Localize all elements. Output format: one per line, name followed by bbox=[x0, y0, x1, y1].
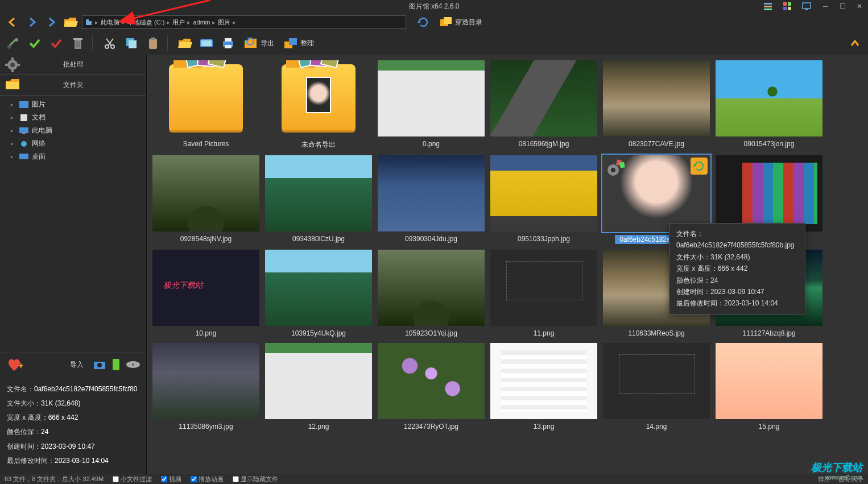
open-folder-button[interactable] bbox=[176, 35, 193, 52]
folder-open-icon[interactable] bbox=[63, 14, 78, 30]
paste-button[interactable] bbox=[144, 35, 162, 52]
thumbnail-image[interactable] bbox=[265, 60, 372, 136]
thumbnail-item[interactable]: 10.png bbox=[152, 250, 259, 337]
tree-item-network[interactable]: ▪网络 bbox=[0, 137, 146, 150]
thumbnail-item[interactable]: 13.png bbox=[490, 343, 597, 431]
chk-smallfile-filter[interactable]: 小文件过滤 bbox=[113, 475, 152, 483]
thumbnail-image[interactable] bbox=[490, 60, 597, 136]
organize-button[interactable]: 整理 bbox=[281, 35, 316, 52]
select-button[interactable] bbox=[26, 35, 43, 52]
thumbnail-image[interactable] bbox=[152, 155, 259, 231]
status-sort-label[interactable]: 排序 bbox=[818, 475, 830, 483]
thumbnail-image[interactable] bbox=[603, 60, 710, 136]
maximize-button[interactable]: ☐ bbox=[834, 0, 851, 13]
breadcrumb-item[interactable]: 用户 bbox=[172, 18, 185, 27]
thumbnail-image[interactable] bbox=[378, 250, 485, 326]
thumbnail-item[interactable]: 09390304Jdu.jpg bbox=[378, 155, 485, 244]
favorite-add-icon[interactable]: + bbox=[6, 357, 23, 372]
thumbnail-image[interactable] bbox=[378, 60, 485, 136]
view-monitor-icon[interactable] bbox=[802, 2, 811, 11]
thumbnail-image[interactable] bbox=[603, 343, 710, 419]
thumbnail-image[interactable] bbox=[265, 250, 372, 326]
refresh-button[interactable] bbox=[415, 14, 431, 30]
thumbnail-image[interactable] bbox=[265, 343, 372, 419]
breadcrumb-item[interactable]: 此电脑 bbox=[101, 18, 119, 27]
forward-button[interactable] bbox=[24, 14, 40, 30]
tree-item-thispc[interactable]: ▪此电脑 bbox=[0, 124, 146, 137]
thumbnail-item[interactable]: 11.png bbox=[490, 250, 597, 337]
close-button[interactable]: ✕ bbox=[851, 0, 868, 13]
chk-video[interactable]: 视频 bbox=[161, 475, 181, 483]
breadcrumb-root-icon[interactable] bbox=[85, 18, 93, 26]
thumbnail-item[interactable]: 103915y4UkQ.jpg bbox=[265, 250, 372, 337]
thumbnail-item[interactable]: 0951033Jpph.jpg bbox=[490, 155, 597, 244]
breadcrumb-item[interactable]: 本地磁盘 (C:) bbox=[127, 18, 164, 27]
collapse-arrow-icon[interactable] bbox=[846, 35, 863, 52]
thumbnail-item[interactable]: 0.png bbox=[378, 60, 485, 150]
breadcrumb-bar[interactable]: ▸ 此电脑▸ 本地磁盘 (C:)▸ 用户▸ admin▸ 图片▸ bbox=[82, 15, 406, 29]
thumbnail-image[interactable] bbox=[716, 155, 822, 231]
tree-item-documents[interactable]: ▪文档 bbox=[0, 111, 146, 124]
tab-folder[interactable]: 文件夹 bbox=[0, 75, 146, 96]
slideshow-button[interactable] bbox=[198, 35, 215, 52]
gear-overlay-icon[interactable] bbox=[605, 158, 626, 178]
settings-button[interactable] bbox=[5, 35, 22, 52]
tree-item-desktop[interactable]: ▪桌面 bbox=[0, 150, 146, 163]
penetrate-dir-button[interactable]: 穿透目录 bbox=[437, 14, 485, 31]
svg-rect-32 bbox=[201, 40, 212, 46]
thumbnail-image[interactable] bbox=[603, 155, 710, 231]
thumbnail-item[interactable]: 14.png bbox=[603, 343, 710, 431]
import-phone-icon[interactable] bbox=[111, 358, 121, 371]
thumbnail-item[interactable]: 09015473jon.jpg bbox=[716, 60, 822, 150]
thumbnail-item[interactable]: 0816596tjgM.jpg bbox=[490, 60, 597, 150]
import-camera-icon[interactable] bbox=[93, 359, 106, 370]
expand-icon[interactable]: ▪ bbox=[10, 140, 16, 148]
export-button[interactable]: 导出 bbox=[241, 35, 276, 52]
breadcrumb-item[interactable]: admin bbox=[193, 19, 210, 26]
thumbnail-image[interactable] bbox=[152, 60, 259, 136]
thumbnail-image[interactable] bbox=[378, 155, 485, 231]
thumbnail-item[interactable]: 105923O1Yqi.jpg bbox=[378, 250, 485, 337]
thumbnail-item[interactable]: 未命名导出 bbox=[265, 60, 372, 150]
thumbnail-item[interactable]: 0823077CAVE.jpg bbox=[603, 60, 710, 150]
thumbnail-item[interactable]: 12.png bbox=[265, 343, 372, 431]
expand-icon[interactable]: ▪ bbox=[10, 153, 16, 161]
thumbnail-grid[interactable]: Saved Pictures未命名导出0.png0816596tjgM.jpg0… bbox=[147, 55, 868, 474]
view-grid-icon[interactable] bbox=[783, 2, 792, 11]
thumbnail-image[interactable] bbox=[152, 250, 259, 326]
thumbnail-item[interactable]: 0934380lCzU.jpg bbox=[265, 155, 372, 244]
thumbnail-image[interactable] bbox=[378, 343, 485, 419]
thumbnail-image[interactable] bbox=[152, 343, 259, 419]
tree-item-pictures[interactable]: ▪图片 bbox=[0, 98, 146, 111]
view-list-icon[interactable] bbox=[763, 2, 772, 11]
thumbnail-item[interactable]: 1223473RyOT.jpg bbox=[378, 343, 485, 431]
thumbnail-image[interactable] bbox=[716, 60, 822, 136]
forward2-button[interactable] bbox=[43, 14, 59, 30]
import-disk-icon[interactable] bbox=[126, 360, 140, 369]
thumbnail-image[interactable] bbox=[490, 155, 597, 231]
breadcrumb-item[interactable]: 图片 bbox=[218, 18, 230, 27]
thumbnail-item[interactable]: 11135086ym3.jpg bbox=[152, 343, 259, 431]
expand-icon[interactable]: ▪ bbox=[10, 114, 16, 122]
delete-button[interactable] bbox=[69, 35, 86, 52]
print-button[interactable] bbox=[220, 35, 237, 52]
chk-show-hidden[interactable]: 显示隐藏文件 bbox=[233, 475, 278, 483]
rotate-overlay-icon[interactable] bbox=[691, 158, 708, 175]
thumbnail-image[interactable] bbox=[716, 343, 822, 419]
expand-icon[interactable]: ▪ bbox=[10, 127, 16, 135]
cut-button[interactable] bbox=[101, 35, 118, 52]
thumbnail-image[interactable] bbox=[490, 343, 597, 419]
copy-button[interactable] bbox=[123, 35, 140, 52]
expand-icon[interactable]: ▪ bbox=[10, 101, 16, 109]
chk-play-anim[interactable]: 播放动画 bbox=[191, 475, 224, 483]
deselect-button[interactable] bbox=[48, 35, 65, 52]
tab-batch[interactable]: 批处理 bbox=[0, 55, 146, 75]
thumbnail-item[interactable]: Saved Pictures bbox=[152, 60, 259, 150]
thumbnail-item[interactable]: 15.png bbox=[716, 343, 822, 431]
thumbnail-item[interactable]: 0928548sjNV.jpg bbox=[152, 155, 259, 244]
status-iconsize-label[interactable]: 图标大小 bbox=[838, 475, 863, 483]
thumbnail-image[interactable] bbox=[490, 250, 597, 326]
back-button[interactable] bbox=[5, 14, 20, 30]
minimize-button[interactable]: ─ bbox=[817, 0, 834, 13]
thumbnail-image[interactable] bbox=[265, 155, 372, 231]
